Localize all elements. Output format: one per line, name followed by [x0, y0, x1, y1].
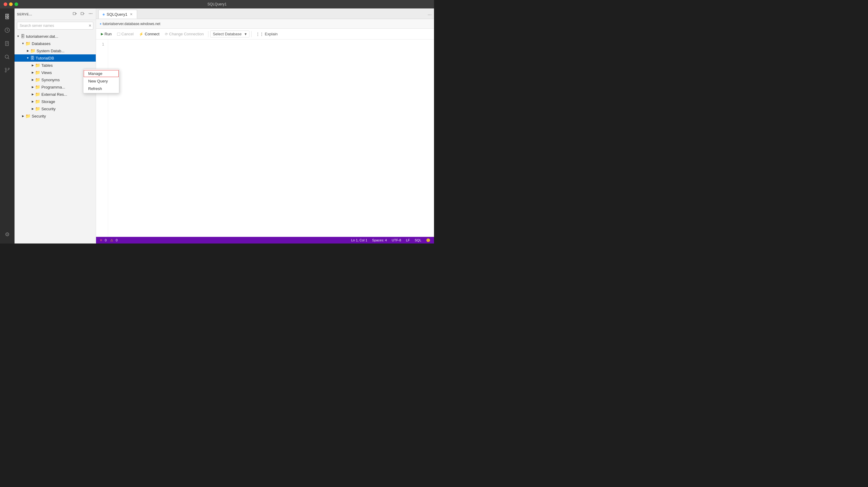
app-container: 🗄 — [0, 8, 434, 243]
chevron-right-icon: ▶ — [25, 48, 30, 53]
folder-icon: 📁 — [35, 70, 40, 75]
chevron-right-icon: ▶ — [30, 85, 35, 89]
new-connection-icon[interactable] — [72, 11, 78, 17]
tree-item-security-top[interactable]: ▶ 📁 Security — [14, 112, 96, 120]
explain-button[interactable]: ⋮⋮ Explain — [253, 31, 280, 37]
folder-icon: 📁 — [25, 114, 31, 118]
encoding-indicator[interactable]: UTF-8 — [392, 238, 401, 242]
chevron-right-icon: ▶ — [30, 92, 35, 97]
chevron-down-icon: ▼ — [16, 34, 21, 39]
context-menu: Manage New Query Refresh — [83, 69, 119, 93]
chevron-right-icon: ▶ — [30, 63, 35, 68]
status-left: ✕ 0 ⚠ 0 — [100, 238, 118, 242]
change-connection-label: Change Connection — [169, 32, 204, 36]
context-menu-item-new-query[interactable]: New Query — [83, 77, 119, 85]
svg-point-9 — [5, 71, 6, 72]
error-icon: ✕ — [100, 238, 102, 242]
context-menu-item-manage[interactable]: Manage — [83, 70, 119, 77]
tab-bar: ◈ SQLQuery1 ✕ ··· — [96, 8, 434, 19]
folder-icon: 📁 — [25, 41, 31, 46]
tree-label-databases: Databases — [32, 41, 51, 46]
line-ending-indicator[interactable]: LF — [406, 238, 410, 242]
tree-label-security-db: Security — [41, 106, 56, 111]
svg-rect-14 — [81, 12, 83, 15]
folder-icon: 📁 — [35, 92, 40, 97]
sidebar-header-icons — [72, 11, 93, 17]
activity-item-history[interactable] — [1, 24, 13, 36]
connect-icon: ⚡ — [139, 32, 144, 36]
spaces-indicator[interactable]: Spaces: 4 — [372, 238, 387, 242]
tree-item-systemdb[interactable]: ▶ 📁 System Datab... — [14, 47, 96, 54]
tab-sqlquery1[interactable]: ◈ SQLQuery1 ✕ — [98, 10, 137, 19]
search-input[interactable] — [17, 22, 93, 30]
status-bar: ✕ 0 ⚠ 0 Ln 1, Col 1 Spaces: 4 UTF-8 LF S… — [96, 237, 434, 243]
toolbar: ▶ Run Cancel ⚡ Connect ⟳ Change Connecti… — [96, 29, 434, 39]
change-connection-button[interactable]: ⟳ Change Connection — [162, 31, 206, 37]
svg-point-8 — [8, 68, 9, 69]
tree-label-synonyms: Synonyms — [41, 78, 60, 82]
tree-item-tutorialdb[interactable]: ▼ 🗄 TutorialDB — [14, 54, 96, 62]
tab-icon: ◈ — [102, 12, 105, 16]
svg-point-7 — [5, 68, 6, 69]
search-box: ✕ — [17, 22, 93, 30]
select-database-label: Select Database — [213, 32, 242, 36]
minimize-button[interactable] — [9, 2, 13, 6]
tree-item-databases[interactable]: ▼ 📁 Databases — [14, 40, 96, 47]
sidebar-header: SERVE... — [14, 8, 96, 20]
chevron-right-icon: ▶ — [30, 99, 35, 104]
activity-item-search[interactable] — [1, 51, 13, 63]
folder-icon: 📁 — [35, 106, 40, 111]
run-button[interactable]: ▶ Run — [98, 31, 114, 37]
activity-item-settings[interactable]: ⚙ — [1, 230, 13, 242]
svg-rect-11 — [73, 12, 75, 15]
tree-item-server[interactable]: ▼ 🗄 tutorialserver.dat... — [14, 33, 96, 40]
explain-label: Explain — [265, 32, 278, 36]
svg-line-6 — [8, 58, 9, 59]
folder-icon: 📁 — [35, 77, 40, 82]
cancel-label: Cancel — [121, 32, 133, 36]
connection-dot-icon: ● — [100, 22, 101, 25]
tree-label-programmability: Programma... — [41, 85, 65, 89]
settings-dots-icon[interactable] — [88, 11, 93, 17]
svg-point-17 — [90, 13, 91, 14]
tree-label-server: tutorialserver.dat... — [26, 34, 58, 39]
close-button[interactable] — [4, 2, 7, 6]
toolbar-divider-2 — [251, 31, 252, 37]
cancel-button[interactable]: Cancel — [115, 31, 136, 37]
editor-content[interactable] — [108, 39, 434, 237]
activity-item-git[interactable] — [1, 64, 13, 76]
folder-icon: 📁 — [30, 48, 35, 53]
chevron-right-icon: ▶ — [21, 114, 25, 118]
connection-bar: ● tutorialserver.database.windows.net — [96, 19, 434, 29]
connect-button[interactable]: ⚡ Connect — [136, 31, 162, 37]
maximize-button[interactable] — [14, 2, 18, 6]
tab-more-button[interactable]: ··· — [428, 12, 432, 19]
chevron-down-icon: ▼ — [21, 41, 25, 46]
tree-item-security-db[interactable]: ▶ 📁 Security — [14, 105, 96, 112]
tree-label-external: External Res... — [41, 92, 67, 97]
language-indicator[interactable]: SQL — [415, 238, 421, 242]
tree-label-views: Views — [41, 70, 52, 75]
chevron-right-icon: ▶ — [30, 106, 35, 111]
svg-point-16 — [89, 13, 89, 14]
tab-close-button[interactable]: ✕ — [129, 12, 133, 17]
smiley-icon: 🙂 — [426, 238, 430, 242]
folder-icon: 📁 — [35, 99, 40, 104]
tree-item-storage[interactable]: ▶ 📁 Storage — [14, 98, 96, 105]
cancel-icon — [117, 33, 120, 36]
select-database-dropdown[interactable]: Select Database ▾ — [210, 31, 249, 37]
tree-item-tables[interactable]: ▶ 📁 Tables — [14, 62, 96, 69]
search-clear-icon[interactable]: ✕ — [89, 24, 92, 28]
disconnect-icon[interactable] — [80, 11, 86, 17]
db-icon: 🗄 — [30, 56, 34, 60]
tree-label-systemdb: System Datab... — [36, 49, 64, 53]
chevron-down-icon: ▼ — [25, 56, 30, 60]
context-menu-item-refresh[interactable]: Refresh — [83, 85, 119, 92]
error-count: 0 — [105, 238, 106, 242]
warning-icon: ⚠ — [110, 238, 113, 242]
activity-item-new-file[interactable] — [1, 37, 13, 50]
activity-item-servers[interactable]: 🗄 — [1, 11, 13, 23]
svg-point-18 — [92, 13, 92, 14]
cursor-position[interactable]: Ln 1, Col 1 — [351, 238, 367, 242]
chevron-right-icon: ▶ — [30, 77, 35, 82]
